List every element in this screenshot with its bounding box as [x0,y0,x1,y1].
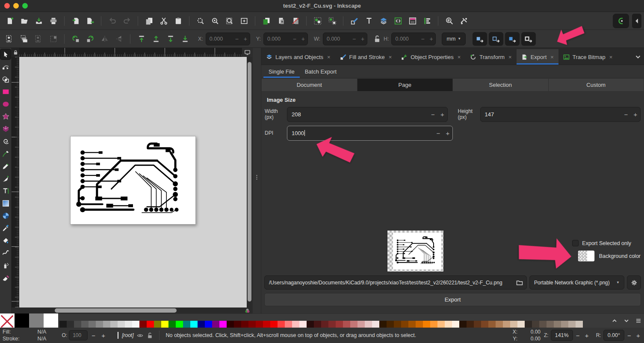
palette-swatch[interactable] [292,321,299,328]
palette-swatch[interactable] [576,321,583,328]
close-window-button[interactable] [4,3,10,9]
area-button-custom[interactable]: Custom [549,79,644,91]
palette-swatch[interactable] [554,321,561,328]
collapse-panel-button[interactable] [632,14,641,28]
palette-swatch[interactable] [416,321,423,328]
palette-scroll-down-button[interactable] [623,317,630,324]
vertical-scrollbar[interactable] [247,57,252,308]
palette-swatch[interactable] [343,321,350,328]
move-clips-button[interactable] [505,32,520,46]
rotation-increment-button[interactable]: + [634,332,642,339]
palette-swatch[interactable] [219,321,227,328]
palette-swatch[interactable] [81,321,89,328]
tab-overflow-button[interactable] [632,49,644,65]
close-tab-icon[interactable]: × [609,54,613,60]
layer-lock-button[interactable] [147,332,153,339]
unit-dropdown[interactable]: mm▼ [442,33,466,45]
y-input[interactable]: 0.000−+ [263,33,308,45]
palette-swatch[interactable] [168,321,176,328]
paint-bucket-tool-button[interactable] [0,235,11,245]
rotate-cw-button[interactable] [83,32,97,46]
export-path-input[interactable]: /Users/naganoyoshie/Documents/KiCad/9.0/… [264,275,527,290]
palette-swatch[interactable] [481,321,488,328]
palette-swatch[interactable] [539,321,547,328]
palette-swatch[interactable] [532,321,539,328]
rotation-input[interactable]: 0.00° [603,330,624,341]
mode-tab-batch-export[interactable]: Batch Export [300,65,342,78]
maximize-window-button[interactable] [22,3,28,9]
canvas[interactable] [19,57,247,308]
dpi-decrement-button[interactable]: − [434,130,443,137]
lower-button[interactable] [163,32,177,46]
close-tab-icon[interactable]: × [508,54,512,60]
palette-swatch[interactable] [357,321,365,328]
swatches-dialog-button[interactable] [405,14,419,28]
h-input[interactable]: 0.000−+ [391,33,436,45]
raise-button[interactable] [149,32,163,46]
zoom-decrement-button[interactable]: − [574,332,582,339]
text-tool-button[interactable] [0,186,11,196]
palette-swatch[interactable] [321,321,328,328]
width-decrement-button[interactable]: − [428,111,438,118]
palette-swatch[interactable] [387,321,394,328]
lower-to-bottom-button[interactable] [178,32,192,46]
zoom-selection-button[interactable] [193,14,207,28]
palette-swatch[interactable] [401,321,408,328]
palette-swatch[interactable] [394,321,401,328]
palette-swatch[interactable] [561,321,568,328]
color-manage-button[interactable] [242,308,252,313]
paste-button[interactable] [171,14,185,28]
gradient-tool-button[interactable] [0,198,11,208]
palette-swatch[interactable] [488,321,496,328]
dropper-tool-button[interactable] [0,223,11,233]
x-input[interactable]: 0.000−+ [206,33,250,45]
opacity-increment-button[interactable]: + [99,332,107,339]
group-button[interactable] [310,14,325,28]
palette-menu-button[interactable] [635,317,642,324]
palette-swatch-large[interactable] [29,313,44,328]
area-button-page[interactable]: Page [357,79,453,91]
undo-button[interactable] [105,14,119,28]
palette-swatch[interactable] [547,321,554,328]
tab-layers[interactable]: Layers and Objects × [261,49,335,65]
palette-swatch[interactable] [59,321,67,328]
scale-stroke-button[interactable] [521,32,536,46]
palette-scroll-up-button[interactable] [611,317,618,324]
eraser-tool-button[interactable] [0,272,11,283]
horizontal-scrollbar[interactable] [12,308,242,313]
palette-swatch[interactable] [212,321,219,328]
height-decrement-button[interactable]: − [621,111,631,118]
palette-swatch[interactable] [372,321,379,328]
display-mode-button[interactable] [242,48,252,57]
palette-swatch[interactable] [568,321,576,328]
pen-tool-button[interactable] [0,148,11,159]
background-color-swatch[interactable] [578,250,595,262]
import-button[interactable] [68,14,83,28]
close-tab-icon[interactable]: × [550,54,554,60]
duplicate-button[interactable] [259,14,273,28]
tab-export[interactable]: Export × [517,49,558,65]
close-tab-icon[interactable]: × [458,54,461,60]
palette-swatch[interactable] [74,321,81,328]
y-increment-button[interactable]: + [299,35,307,42]
layers-dialog-button[interactable] [376,14,390,28]
y-decrement-button[interactable]: − [290,35,299,42]
document-save-button[interactable] [32,14,46,28]
export-selected-checkbox[interactable] [572,240,579,246]
export-settings-button[interactable] [627,275,641,290]
tab-transform[interactable]: Transform × [465,49,516,65]
document-new-button[interactable] [3,14,17,28]
w-decrement-button[interactable]: − [350,35,358,42]
pencil-tool-button[interactable] [0,161,11,171]
preferences-button[interactable] [457,14,471,28]
palette-swatch[interactable] [234,321,241,328]
width-increment-button[interactable]: + [438,111,447,118]
palette-swatch[interactable] [248,321,256,328]
palette-swatch[interactable] [241,321,248,328]
tab-trace-bitmap[interactable]: Trace Bitmap × [558,49,617,65]
palette-swatch[interactable] [278,321,285,328]
palette-swatch[interactable] [365,321,372,328]
ruler-lock-button[interactable] [12,48,19,57]
palette-swatch[interactable] [198,321,205,328]
palette-swatch[interactable] [110,321,118,328]
